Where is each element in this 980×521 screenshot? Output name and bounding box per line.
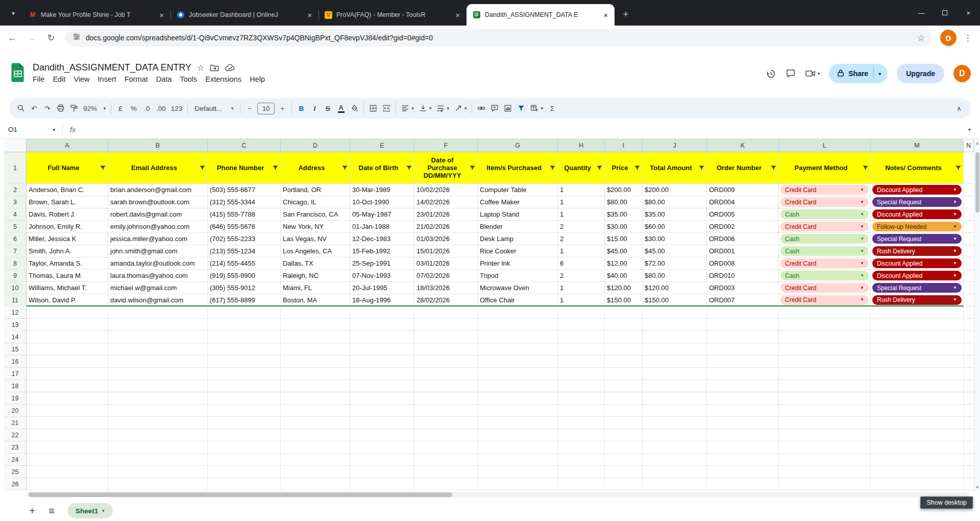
column-header-L[interactable]: L <box>779 139 871 152</box>
chip-dropdown-icon[interactable]: ▼ <box>860 212 864 217</box>
cell-L6[interactable]: Cash▼ <box>779 233 871 245</box>
cloud-saved-icon[interactable] <box>225 64 236 72</box>
cell-F6[interactable]: 01/03/2026 <box>414 233 478 245</box>
cell-I26[interactable] <box>605 478 643 490</box>
cell-L20[interactable] <box>779 405 871 417</box>
cell-J22[interactable] <box>643 429 707 441</box>
filter-views-button[interactable]: ▾ <box>528 101 546 115</box>
cell-C3[interactable]: (312) 555-3344 <box>208 196 281 208</box>
column-header-G[interactable]: G <box>478 139 558 152</box>
cell-M1[interactable]: Notes/ Comments <box>871 152 964 184</box>
cell-L22[interactable] <box>779 429 871 441</box>
menu-data[interactable]: Data <box>152 74 176 85</box>
cell-L9[interactable]: Cash▼ <box>779 270 871 282</box>
cell-M15[interactable] <box>871 343 964 356</box>
chip-dropdown-icon[interactable]: ▼ <box>953 200 957 204</box>
row-header-12[interactable]: 12 <box>4 306 27 319</box>
cell-C5[interactable]: (646) 555-5678 <box>208 221 281 233</box>
cell-G19[interactable] <box>478 392 558 405</box>
cell-D18[interactable] <box>281 380 350 392</box>
cell-K1[interactable]: Order Number <box>707 152 779 184</box>
cell-F18[interactable] <box>414 380 478 392</box>
chip-dropdown-icon[interactable]: ▼ <box>860 298 864 302</box>
cell-M13[interactable] <box>871 319 964 331</box>
cell-G3[interactable]: Coffee Maker <box>478 196 558 208</box>
cell-H19[interactable] <box>558 392 605 405</box>
cell-I8[interactable]: $12.00 <box>605 257 643 270</box>
cell-I20[interactable] <box>605 405 643 417</box>
cell-K17[interactable] <box>707 368 779 380</box>
cell-D14[interactable] <box>281 331 350 343</box>
cell-D3[interactable]: Chicago, IL <box>281 196 350 208</box>
cell-D16[interactable] <box>281 356 350 368</box>
notes-chip[interactable]: Rush Delivery▼ <box>872 246 962 256</box>
cell-H10[interactable]: 1 <box>558 282 605 294</box>
cell-N24[interactable] <box>964 454 974 466</box>
chip-dropdown-icon[interactable]: ▼ <box>860 237 864 241</box>
cell-L4[interactable]: Cash▼ <box>779 208 871 221</box>
cell-A25[interactable] <box>27 466 108 478</box>
cell-J13[interactable] <box>643 319 707 331</box>
column-filter-icon[interactable] <box>199 164 206 171</box>
cell-K16[interactable] <box>707 356 779 368</box>
chip-dropdown-icon[interactable]: ▼ <box>860 188 864 192</box>
row-header-25[interactable]: 25 <box>4 466 27 478</box>
cell-B22[interactable] <box>108 429 208 441</box>
cell-F11[interactable]: 28/02/2026 <box>414 294 478 306</box>
cell-H2[interactable]: 1 <box>558 184 605 196</box>
borders-button[interactable] <box>366 101 380 115</box>
row-header-13[interactable]: 13 <box>4 319 27 331</box>
cell-D11[interactable]: Boston, MA <box>281 294 350 306</box>
cell-E7[interactable]: 15-Feb-1992 <box>350 245 414 257</box>
column-header-I[interactable]: I <box>605 139 643 152</box>
reload-button[interactable]: ↻ <box>42 29 60 47</box>
select-all-corner[interactable] <box>4 139 27 152</box>
cell-J26[interactable] <box>643 478 707 490</box>
cell-F26[interactable] <box>414 478 478 490</box>
row-header-22[interactable]: 22 <box>4 429 27 441</box>
notes-chip[interactable]: Rush Delivery▼ <box>872 295 962 305</box>
column-filter-icon[interactable] <box>698 164 705 171</box>
column-filter-icon[interactable] <box>100 164 106 171</box>
insert-link-button[interactable] <box>475 101 488 115</box>
cell-H26[interactable] <box>558 478 605 490</box>
upgrade-button[interactable]: Upgrade <box>897 64 944 83</box>
notes-chip[interactable]: Special Request▼ <box>872 283 962 293</box>
column-filter-icon[interactable] <box>634 164 641 171</box>
row-header-16[interactable]: 16 <box>4 356 27 368</box>
column-filter-icon[interactable] <box>341 164 348 171</box>
payment-method-chip[interactable]: Cash▼ <box>780 234 869 244</box>
chip-dropdown-icon[interactable]: ▼ <box>860 286 864 290</box>
cell-A26[interactable] <box>27 478 108 490</box>
cell-J23[interactable] <box>643 441 707 454</box>
text-rotation-button[interactable]: ▾ <box>452 101 470 115</box>
cell-L21[interactable] <box>779 417 871 429</box>
cell-I17[interactable] <box>605 368 643 380</box>
cell-L15[interactable] <box>779 343 871 356</box>
cell-N6[interactable] <box>964 233 974 245</box>
cell-M21[interactable] <box>871 417 964 429</box>
cell-K19[interactable] <box>707 392 779 405</box>
cell-H22[interactable] <box>558 429 605 441</box>
cell-A13[interactable] <box>27 319 108 331</box>
cell-I12[interactable] <box>605 306 643 319</box>
row-header-7[interactable]: 7 <box>4 245 27 257</box>
row-header-19[interactable]: 19 <box>4 392 27 405</box>
cell-K14[interactable] <box>707 331 779 343</box>
cell-A23[interactable] <box>27 441 108 454</box>
cell-C24[interactable] <box>208 454 281 466</box>
cell-B4[interactable]: robert.davis@gmail.com <box>108 208 208 221</box>
menu-help[interactable]: Help <box>246 74 269 85</box>
new-tab-button[interactable]: + <box>619 7 633 21</box>
column-header-D[interactable]: D <box>281 139 350 152</box>
cell-C25[interactable] <box>208 466 281 478</box>
horizontal-scrollbar[interactable] <box>27 492 969 498</box>
notes-chip[interactable]: Discount Applied▼ <box>872 185 962 195</box>
cell-G15[interactable] <box>478 343 558 356</box>
browser-tab[interactable]: VProVA(FAQ) - Member - ToolsR× <box>318 4 467 26</box>
row-header-8[interactable]: 8 <box>4 257 27 270</box>
cell-N25[interactable] <box>964 466 974 478</box>
column-header-A[interactable]: A <box>27 139 108 152</box>
cell-K11[interactable]: ORD007 <box>707 294 779 306</box>
cell-J15[interactable] <box>643 343 707 356</box>
